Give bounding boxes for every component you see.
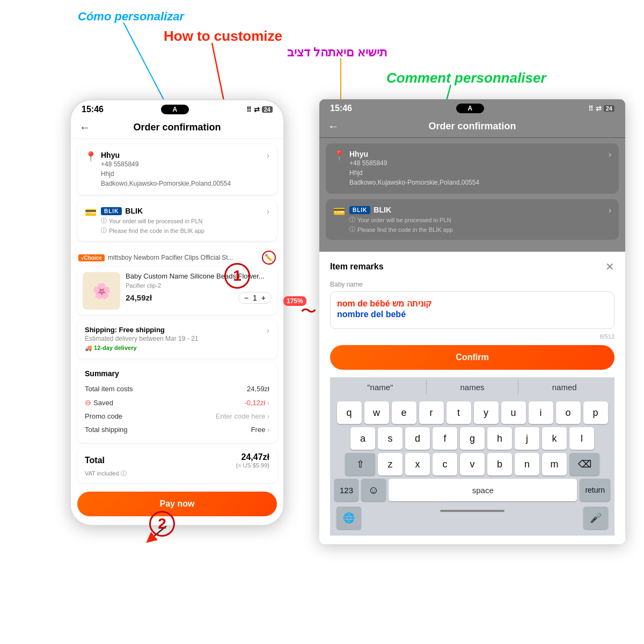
item-costs-value: 24,59zł	[247, 385, 269, 393]
location-icon: 📍	[85, 151, 97, 163]
key-f[interactable]: f	[433, 427, 457, 450]
key-p[interactable]: p	[583, 401, 608, 424]
left-back-button[interactable]: ←	[79, 121, 90, 134]
keyboard: q w e r t y u i o p a s d f g h j k	[330, 397, 614, 536]
address-phone: +48 5585849	[101, 159, 267, 169]
left-payment-card[interactable]: 💳 BLIK BLIK ⓘ Your order will be process…	[77, 200, 277, 241]
right-phone: 15:46 A ⠿ ⇄ 24 ← Order confirmation 📍 Hh…	[319, 99, 625, 544]
key-x[interactable]: x	[405, 453, 430, 475]
key-mic[interactable]: 🎤	[583, 507, 608, 529]
key-h[interactable]: h	[487, 427, 512, 450]
key-b[interactable]: b	[487, 453, 512, 475]
payment-chevron: ›	[267, 207, 269, 216]
key-m[interactable]: m	[542, 453, 567, 475]
key-a[interactable]: a	[350, 427, 375, 450]
qty-plus[interactable]: +	[261, 294, 266, 302]
payment-icon: 💳	[85, 207, 97, 218]
right-blik-row: BLIK BLIK	[349, 206, 609, 214]
remarks-header: Item remarks ✕	[330, 260, 614, 273]
blik-note1-text: Your order will be processed in PLN	[109, 218, 202, 224]
key-d[interactable]: d	[405, 427, 430, 450]
product-price: 24,59zł	[126, 293, 152, 302]
promo-value[interactable]: Enter code here ›	[216, 412, 269, 420]
key-return[interactable]: return	[580, 479, 610, 501]
key-e[interactable]: e	[392, 401, 416, 424]
right-payment-card[interactable]: 💳 BLIK BLIK ⓘ Your order will be process…	[326, 199, 619, 240]
key-w[interactable]: w	[364, 401, 389, 424]
key-s[interactable]: s	[378, 427, 402, 450]
key-v[interactable]: v	[460, 453, 485, 475]
annotation-red: How to customize	[164, 28, 282, 45]
right-status-bar: 15:46 A ⠿ ⇄ 24	[319, 99, 625, 115]
saved-value: -0,12zł ›	[244, 399, 269, 407]
right-blik-note2-text: Please find the code in the BLIK app	[357, 226, 453, 233]
summary-section: Summary Total item costs 24,59zł ⊖ Saved…	[77, 363, 277, 443]
right-status-icons: ⠿ ⇄ 24	[588, 105, 614, 113]
left-status-icons: ⠿ ⇄ 24	[246, 106, 273, 114]
remarks-label: Baby name	[330, 281, 614, 288]
remarks-input[interactable]: nom de bébé קוניתה מש nombre del bebé	[330, 291, 614, 329]
key-z[interactable]: z	[378, 453, 402, 475]
summary-promo-row[interactable]: Promo code Enter code here ›	[85, 409, 269, 423]
qty-control[interactable]: − 1 +	[238, 292, 272, 304]
suggestion-named[interactable]: named	[518, 380, 610, 394]
product-variant: Pacifier clip-2	[126, 282, 272, 289]
key-l[interactable]: l	[569, 427, 594, 450]
right-nav-bar: ← Order confirmation	[319, 115, 625, 138]
key-shift[interactable]: ⇧	[345, 453, 375, 475]
key-u[interactable]: u	[501, 401, 526, 424]
key-j[interactable]: j	[515, 427, 539, 450]
key-emoji[interactable]: ☺	[361, 479, 386, 501]
saved-text: Saved	[93, 399, 113, 407]
key-y[interactable]: y	[474, 401, 499, 424]
blik-badge: BLIK	[101, 207, 122, 215]
remarks-multilang-content: nom de bébé קוניתה מש nombre del bebé	[337, 298, 608, 319]
key-q[interactable]: q	[337, 401, 362, 424]
lang-french: nom de bébé קוניתה מש	[337, 298, 608, 309]
right-address-info: Hhyu +48 5585849 Hhjd Badkowo,Kujawsko-P…	[349, 150, 609, 187]
pay-now-button[interactable]: Pay now	[77, 492, 277, 516]
qty-value: 1	[253, 294, 257, 302]
annotation-green: Comment personnaliser	[386, 70, 546, 86]
total-usd: (≈ US $5.99)	[236, 462, 269, 469]
right-address-card[interactable]: 📍 Hhyu +48 5585849 Hhjd Badkowo,Kujawsko…	[326, 143, 619, 194]
remarks-title: Item remarks	[330, 262, 384, 272]
right-blik-note1-text: Your order will be processed in PLN	[357, 217, 451, 223]
key-123[interactable]: 123	[334, 479, 358, 501]
home-indicator	[440, 510, 504, 512]
right-nav-title: Order confirmation	[428, 121, 516, 132]
right-dark-section: 15:46 A ⠿ ⇄ 24 ← Order confirmation 📍 Hh…	[319, 99, 625, 252]
suggestion-names[interactable]: names	[427, 380, 519, 394]
choice-badge: √Choice	[78, 254, 105, 261]
confirm-button[interactable]: Confirm	[330, 345, 614, 370]
remarks-close-button[interactable]: ✕	[605, 260, 614, 273]
keyboard-bottom-icons: 🌐 🎤	[332, 503, 612, 531]
key-c[interactable]: c	[433, 453, 457, 475]
key-r[interactable]: r	[419, 401, 444, 424]
edit-icon[interactable]: ✏️	[262, 251, 276, 265]
summary-item-costs-row: Total item costs 24,59zł	[85, 382, 269, 396]
right-payment-info: BLIK BLIK ⓘ Your order will be processed…	[349, 206, 609, 233]
blik-note2-text: Please find the code in the BLIK app	[109, 228, 204, 234]
key-t[interactable]: t	[447, 401, 471, 424]
key-i[interactable]: i	[529, 401, 553, 424]
suggestion-name[interactable]: "name"	[334, 380, 427, 394]
right-back-button[interactable]: ←	[328, 120, 339, 133]
key-n[interactable]: n	[515, 453, 539, 475]
keyboard-row-3: ⇧ z x c v b n m ⌫	[332, 453, 612, 475]
key-backspace[interactable]: ⌫	[569, 453, 599, 475]
key-o[interactable]: o	[556, 401, 581, 424]
summary-title: Summary	[85, 369, 269, 378]
key-g[interactable]: g	[460, 427, 485, 450]
left-time: 15:46	[82, 105, 104, 114]
blik-name: BLIK	[125, 207, 143, 215]
right-payment-icon: 💳	[333, 206, 345, 217]
qty-minus[interactable]: −	[244, 294, 248, 302]
shipping-estimate: Estimated delivery between Mar 19 - 21	[85, 335, 198, 342]
left-address-card[interactable]: 📍 Hhyu +48 5585849 Hhjd Badkowo,Kujawsko…	[77, 144, 277, 195]
right-address-full: Badkowo,Kujawsko-Pomorskie,Poland,00554	[349, 178, 609, 187]
key-space[interactable]: space	[389, 479, 577, 501]
total-value: 24,47zł	[236, 452, 269, 462]
key-k[interactable]: k	[542, 427, 567, 450]
key-globe[interactable]: 🌐	[336, 507, 361, 529]
